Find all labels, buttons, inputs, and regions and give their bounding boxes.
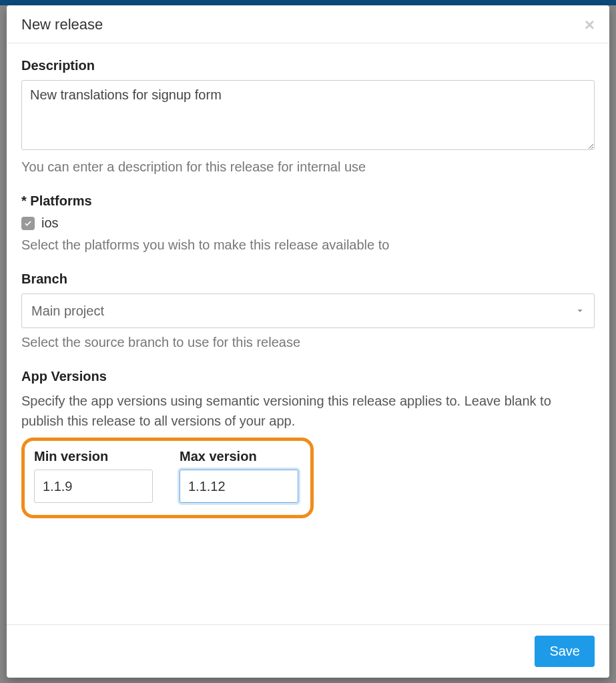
description-label: Description bbox=[21, 58, 595, 73]
description-group: Description You can enter a description … bbox=[21, 58, 595, 175]
platforms-hint: Select the platforms you wish to make th… bbox=[21, 237, 595, 253]
close-icon: × bbox=[585, 15, 595, 35]
app-versions-label: App Versions bbox=[21, 369, 595, 384]
platform-option-ios[interactable]: ios bbox=[21, 215, 595, 231]
branch-selected-value: Main project bbox=[31, 303, 104, 319]
min-version-input[interactable] bbox=[34, 470, 153, 503]
description-hint: You can enter a description for this rel… bbox=[21, 159, 595, 175]
checkbox-ios[interactable] bbox=[21, 217, 35, 230]
modal-body: Description You can enter a description … bbox=[7, 43, 609, 624]
min-version-label: Min version bbox=[34, 449, 153, 464]
platforms-label: * Platforms bbox=[21, 193, 595, 209]
close-button[interactable]: × bbox=[585, 16, 595, 33]
description-textarea[interactable] bbox=[21, 80, 595, 150]
branch-group: Branch Main project Select the source br… bbox=[21, 271, 595, 350]
chevron-down-icon bbox=[575, 303, 585, 319]
max-version-label: Max version bbox=[180, 449, 298, 464]
platforms-group: * Platforms ios Select the platforms you… bbox=[21, 193, 595, 253]
min-version-col: Min version bbox=[34, 449, 153, 503]
check-icon bbox=[23, 219, 33, 228]
branch-select[interactable]: Main project bbox=[21, 293, 595, 328]
modal-footer: Save bbox=[7, 624, 609, 678]
background-top-bar bbox=[0, 0, 616, 5]
branch-label: Branch bbox=[21, 271, 595, 287]
modal-title: New release bbox=[21, 16, 103, 33]
app-versions-group: App Versions Specify the app versions us… bbox=[21, 369, 595, 518]
app-versions-description: Specify the app versions using semantic … bbox=[21, 391, 595, 431]
modal-header: New release × bbox=[7, 5, 609, 43]
save-button[interactable]: Save bbox=[535, 636, 595, 667]
max-version-col: Max version bbox=[180, 449, 298, 503]
app-versions-highlight: Min version Max version bbox=[21, 438, 314, 518]
platform-option-label: ios bbox=[41, 215, 59, 231]
max-version-input[interactable] bbox=[180, 470, 298, 503]
branch-hint: Select the source branch to use for this… bbox=[21, 335, 595, 350]
new-release-modal: New release × Description You can enter … bbox=[7, 5, 609, 678]
